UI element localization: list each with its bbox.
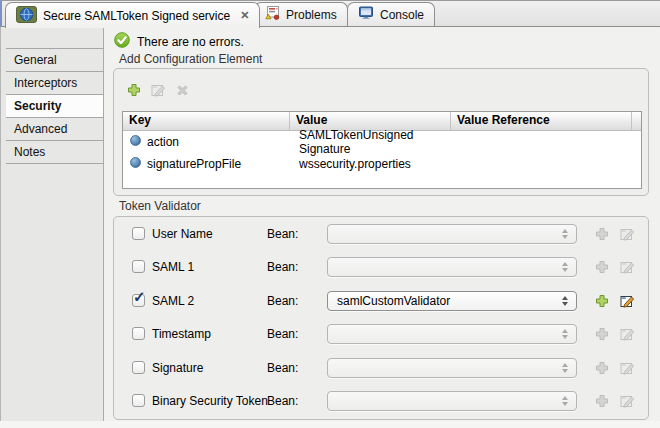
sidebar-item-notes[interactable]: Notes (6, 141, 103, 164)
validator-row-signature: ✓ Signature Bean: (132, 358, 636, 379)
add-bean-button (595, 260, 609, 277)
add-bean-button[interactable] (595, 294, 609, 311)
bean-label: Bean: (267, 358, 298, 379)
binary-security-token-bean-combo (327, 391, 577, 411)
validator-row-binary-security-token: ✓ Binary Security Token Bean: (132, 391, 636, 412)
timestamp-checkbox[interactable]: ✓ (132, 327, 145, 340)
sidebar-item-interceptors[interactable]: Interceptors (6, 72, 103, 95)
column-header-key[interactable]: Key (123, 112, 290, 130)
sidebar-item-security[interactable]: Security (6, 95, 103, 118)
add-button[interactable] (126, 82, 142, 98)
user-name-bean-combo (327, 224, 577, 244)
cell-key: action (147, 135, 179, 149)
close-icon[interactable]: ✕ (240, 10, 249, 21)
edit-bean-button (620, 327, 635, 344)
table-row[interactable]: action SAMLTokenUnsigned Signature (123, 131, 641, 153)
tab-console[interactable]: Console (347, 2, 435, 26)
sidebar-item-general[interactable]: General (6, 49, 103, 72)
config-toolbar (126, 82, 190, 98)
combo-stepper-icon (562, 262, 568, 272)
bean-label: Bean: (267, 257, 298, 278)
validator-label: User Name (152, 224, 213, 245)
combo-stepper-icon (562, 363, 568, 373)
validator-row-user-name: ✓ User Name Bean: (132, 224, 636, 245)
tab-label: Console (380, 8, 424, 22)
validator-row-saml-2: ✓ SAML 2 Bean: samlCustomValidator (132, 291, 636, 312)
saml-2-bean-combo[interactable]: samlCustomValidator (327, 291, 577, 311)
status-bar: There are no errors. (114, 32, 244, 51)
cell-value: wssecurity.properties (290, 157, 451, 171)
add-bean-button (595, 327, 609, 344)
combo-stepper-icon (562, 396, 568, 406)
tab-secure-samltoken-signed-service[interactable]: Secure SAMLToken Signed service ✕ (5, 2, 260, 28)
column-header-value-reference[interactable]: Value Reference (451, 112, 632, 130)
sidebar-nav: General Interceptors Security Advanced N… (6, 48, 103, 164)
sidebar-item-advanced[interactable]: Advanced (6, 118, 103, 141)
success-check-icon (114, 32, 130, 51)
signature-checkbox[interactable]: ✓ (132, 361, 145, 374)
binary-security-token-checkbox[interactable]: ✓ (132, 394, 145, 407)
blue-sphere-icon (130, 157, 141, 171)
column-header-filler (632, 112, 641, 130)
timestamp-bean-combo (327, 324, 577, 344)
validator-groupbox: ✓ User Name Bean: ✓ SAML 1 Bean: (113, 216, 649, 420)
table-row[interactable]: signaturePropFile wssecurity.properties (123, 153, 641, 175)
config-groupbox: Key Value Value Reference action SAMLTok… (113, 68, 649, 196)
tab-label: Secure SAMLToken Signed service (43, 9, 230, 23)
saml-1-bean-combo (327, 257, 577, 277)
add-bean-button (595, 227, 609, 244)
combo-value: samlCustomValidator (337, 292, 450, 311)
edit-bean-button (620, 361, 635, 378)
tab-label: Problems (286, 8, 337, 22)
combo-stepper-icon (562, 229, 568, 239)
sidebar: General Interceptors Security Advanced N… (0, 27, 104, 421)
editor-window: Secure SAMLToken Signed service ✕ Proble… (0, 0, 660, 428)
edit-bean-button (620, 227, 635, 244)
tab-bar: Secure SAMLToken Signed service ✕ Proble… (0, 0, 660, 27)
blue-sphere-icon (130, 135, 141, 149)
window-bottom-edge (0, 421, 660, 428)
delete-button (174, 82, 190, 98)
validator-label: SAML 2 (152, 291, 194, 312)
validator-row-timestamp: ✓ Timestamp Bean: (132, 324, 636, 345)
add-bean-button (595, 361, 609, 378)
edit-bean-button[interactable] (620, 294, 635, 311)
combo-stepper-icon (562, 296, 568, 306)
check-icon: ✓ (133, 288, 146, 306)
saml-2-checkbox[interactable]: ✓ (132, 294, 145, 307)
validator-label: Signature (152, 358, 203, 379)
user-name-checkbox[interactable]: ✓ (132, 227, 145, 240)
validator-label: Timestamp (152, 324, 211, 345)
validator-label: Binary Security Token (152, 391, 268, 412)
bean-label: Bean: (267, 391, 298, 412)
edit-button (150, 82, 166, 98)
edit-bean-button (620, 260, 635, 277)
validator-label: SAML 1 (152, 257, 194, 278)
cell-value: SAMLTokenUnsigned Signature (290, 128, 451, 156)
saml-1-checkbox[interactable]: ✓ (132, 260, 145, 273)
bean-label: Bean: (267, 224, 298, 245)
config-section-title: Add Configuration Element (119, 52, 262, 66)
edit-bean-button (620, 394, 635, 411)
bean-label: Bean: (267, 291, 298, 312)
validator-row-saml-1: ✓ SAML 1 Bean: (132, 257, 636, 278)
service-globe-icon (16, 6, 37, 26)
combo-stepper-icon (562, 329, 568, 339)
config-table: Key Value Value Reference action SAMLTok… (122, 111, 642, 189)
bean-label: Bean: (267, 324, 298, 345)
main-panel: There are no errors. Add Configuration E… (105, 27, 660, 421)
validator-section-title: Token Validator (119, 199, 201, 213)
tab-problems[interactable]: Problems (254, 2, 348, 26)
console-icon (358, 6, 374, 23)
cell-key: signaturePropFile (147, 157, 241, 171)
problems-icon (265, 6, 280, 23)
status-message: There are no errors. (137, 35, 244, 49)
signature-bean-combo (327, 358, 577, 378)
add-bean-button (595, 394, 609, 411)
